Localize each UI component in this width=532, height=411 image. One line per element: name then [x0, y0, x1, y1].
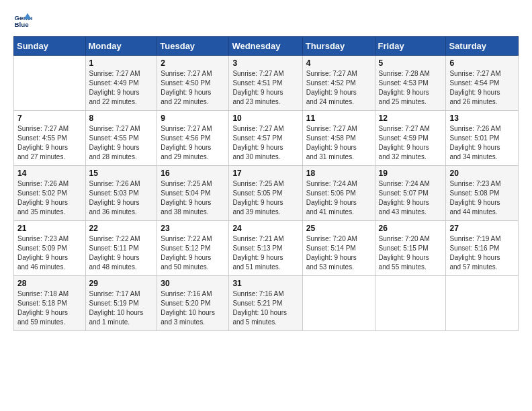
header-day-wednesday: Wednesday	[229, 37, 302, 56]
calendar-cell: 1Sunrise: 7:27 AM Sunset: 4:49 PM Daylig…	[85, 56, 157, 111]
day-info: Sunrise: 7:28 AM Sunset: 4:53 PM Dayligh…	[379, 69, 443, 107]
calendar-cell: 24Sunrise: 7:21 AM Sunset: 5:13 PM Dayli…	[229, 221, 302, 276]
calendar-cell: 2Sunrise: 7:27 AM Sunset: 4:50 PM Daylig…	[157, 56, 229, 111]
day-info: Sunrise: 7:22 AM Sunset: 5:11 PM Dayligh…	[89, 234, 154, 272]
calendar-cell: 12Sunrise: 7:27 AM Sunset: 4:59 PM Dayli…	[375, 111, 446, 166]
day-info: Sunrise: 7:19 AM Sunset: 5:16 PM Dayligh…	[449, 234, 515, 272]
day-number: 27	[449, 224, 515, 233]
header-day-friday: Friday	[375, 37, 446, 56]
calendar-cell	[375, 276, 446, 331]
day-info: Sunrise: 7:27 AM Sunset: 4:51 PM Dayligh…	[232, 69, 298, 107]
calendar-cell: 10Sunrise: 7:27 AM Sunset: 4:57 PM Dayli…	[229, 111, 302, 166]
day-info: Sunrise: 7:17 AM Sunset: 5:19 PM Dayligh…	[89, 289, 154, 327]
calendar-header: SundayMondayTuesdayWednesdayThursdayFrid…	[14, 37, 519, 56]
day-number: 10	[232, 113, 298, 123]
day-number: 28	[17, 279, 82, 288]
day-number: 30	[161, 279, 225, 288]
calendar-cell: 14Sunrise: 7:26 AM Sunset: 5:02 PM Dayli…	[14, 166, 86, 221]
calendar-cell: 6Sunrise: 7:27 AM Sunset: 4:54 PM Daylig…	[446, 56, 519, 111]
logo-icon: General Blue	[13, 11, 32, 30]
calendar-cell: 9Sunrise: 7:27 AM Sunset: 4:56 PM Daylig…	[157, 111, 229, 166]
day-number: 22	[89, 224, 154, 233]
day-info: Sunrise: 7:18 AM Sunset: 5:18 PM Dayligh…	[17, 289, 82, 327]
day-info: Sunrise: 7:27 AM Sunset: 4:52 PM Dayligh…	[306, 69, 371, 107]
day-info: Sunrise: 7:27 AM Sunset: 4:59 PM Dayligh…	[379, 124, 443, 162]
day-number: 21	[17, 224, 82, 233]
day-info: Sunrise: 7:26 AM Sunset: 5:01 PM Dayligh…	[449, 124, 515, 162]
day-info: Sunrise: 7:26 AM Sunset: 5:03 PM Dayligh…	[89, 179, 154, 217]
day-number: 6	[449, 58, 515, 68]
day-number: 31	[232, 279, 298, 288]
calendar-cell: 23Sunrise: 7:22 AM Sunset: 5:12 PM Dayli…	[157, 221, 229, 276]
day-info: Sunrise: 7:27 AM Sunset: 4:49 PM Dayligh…	[89, 69, 154, 107]
calendar-cell: 27Sunrise: 7:19 AM Sunset: 5:16 PM Dayli…	[446, 221, 519, 276]
day-number: 1	[89, 58, 154, 68]
day-info: Sunrise: 7:27 AM Sunset: 4:54 PM Dayligh…	[449, 69, 515, 107]
day-number: 15	[89, 169, 154, 178]
calendar-cell: 3Sunrise: 7:27 AM Sunset: 4:51 PM Daylig…	[229, 56, 302, 111]
day-info: Sunrise: 7:22 AM Sunset: 5:12 PM Dayligh…	[161, 234, 225, 272]
day-number: 19	[379, 169, 443, 178]
calendar-cell: 19Sunrise: 7:24 AM Sunset: 5:07 PM Dayli…	[375, 166, 446, 221]
day-info: Sunrise: 7:23 AM Sunset: 5:08 PM Dayligh…	[449, 179, 515, 217]
day-number: 5	[379, 58, 443, 68]
day-info: Sunrise: 7:26 AM Sunset: 5:02 PM Dayligh…	[17, 179, 82, 217]
day-number: 18	[306, 169, 371, 178]
day-info: Sunrise: 7:16 AM Sunset: 5:21 PM Dayligh…	[232, 289, 298, 327]
logo: General Blue	[13, 11, 35, 30]
header-row: SundayMondayTuesdayWednesdayThursdayFrid…	[14, 37, 519, 56]
day-number: 4	[306, 58, 371, 68]
calendar-cell: 28Sunrise: 7:18 AM Sunset: 5:18 PM Dayli…	[14, 276, 86, 331]
day-number: 24	[232, 224, 298, 233]
week-row-3: 21Sunrise: 7:23 AM Sunset: 5:09 PM Dayli…	[14, 221, 519, 276]
calendar-cell: 29Sunrise: 7:17 AM Sunset: 5:19 PM Dayli…	[85, 276, 157, 331]
day-info: Sunrise: 7:24 AM Sunset: 5:07 PM Dayligh…	[379, 179, 443, 217]
day-number: 23	[161, 224, 225, 233]
header: General Blue	[13, 11, 519, 30]
day-number: 14	[17, 169, 82, 178]
week-row-2: 14Sunrise: 7:26 AM Sunset: 5:02 PM Dayli…	[14, 166, 519, 221]
day-number: 12	[379, 113, 443, 123]
calendar-cell: 21Sunrise: 7:23 AM Sunset: 5:09 PM Dayli…	[14, 221, 86, 276]
calendar-cell: 13Sunrise: 7:26 AM Sunset: 5:01 PM Dayli…	[446, 111, 519, 166]
week-row-1: 7Sunrise: 7:27 AM Sunset: 4:55 PM Daylig…	[14, 111, 519, 166]
calendar-cell: 16Sunrise: 7:25 AM Sunset: 5:04 PM Dayli…	[157, 166, 229, 221]
day-number: 2	[161, 58, 225, 68]
day-info: Sunrise: 7:23 AM Sunset: 5:09 PM Dayligh…	[17, 234, 82, 272]
day-info: Sunrise: 7:27 AM Sunset: 4:55 PM Dayligh…	[89, 124, 154, 162]
calendar-cell: 31Sunrise: 7:16 AM Sunset: 5:21 PM Dayli…	[229, 276, 302, 331]
day-info: Sunrise: 7:27 AM Sunset: 4:50 PM Dayligh…	[161, 69, 225, 107]
week-row-4: 28Sunrise: 7:18 AM Sunset: 5:18 PM Dayli…	[14, 276, 519, 331]
calendar-table: SundayMondayTuesdayWednesdayThursdayFrid…	[13, 36, 519, 331]
day-info: Sunrise: 7:27 AM Sunset: 4:57 PM Dayligh…	[232, 124, 298, 162]
day-number: 20	[449, 169, 515, 178]
day-info: Sunrise: 7:20 AM Sunset: 5:14 PM Dayligh…	[306, 234, 371, 272]
header-day-thursday: Thursday	[302, 37, 375, 56]
header-day-sunday: Sunday	[14, 37, 86, 56]
day-info: Sunrise: 7:27 AM Sunset: 4:56 PM Dayligh…	[161, 124, 225, 162]
calendar-page: General Blue SundayMondayTuesdayWednesda…	[0, 0, 532, 411]
calendar-cell: 30Sunrise: 7:16 AM Sunset: 5:20 PM Dayli…	[157, 276, 229, 331]
day-number: 8	[89, 113, 154, 123]
calendar-cell	[302, 276, 375, 331]
calendar-cell: 11Sunrise: 7:27 AM Sunset: 4:58 PM Dayli…	[302, 111, 375, 166]
calendar-cell: 5Sunrise: 7:28 AM Sunset: 4:53 PM Daylig…	[375, 56, 446, 111]
calendar-cell	[446, 276, 519, 331]
header-day-monday: Monday	[85, 37, 157, 56]
day-info: Sunrise: 7:27 AM Sunset: 4:55 PM Dayligh…	[17, 124, 82, 162]
header-day-tuesday: Tuesday	[157, 37, 229, 56]
day-number: 26	[379, 224, 443, 233]
day-info: Sunrise: 7:24 AM Sunset: 5:06 PM Dayligh…	[306, 179, 371, 217]
calendar-cell: 4Sunrise: 7:27 AM Sunset: 4:52 PM Daylig…	[302, 56, 375, 111]
calendar-cell: 20Sunrise: 7:23 AM Sunset: 5:08 PM Dayli…	[446, 166, 519, 221]
day-number: 13	[449, 113, 515, 123]
day-number: 29	[89, 279, 154, 288]
svg-text:Blue: Blue	[14, 21, 29, 28]
day-number: 25	[306, 224, 371, 233]
day-number: 9	[161, 113, 225, 123]
calendar-cell: 18Sunrise: 7:24 AM Sunset: 5:06 PM Dayli…	[302, 166, 375, 221]
calendar-cell: 22Sunrise: 7:22 AM Sunset: 5:11 PM Dayli…	[85, 221, 157, 276]
calendar-body: 1Sunrise: 7:27 AM Sunset: 4:49 PM Daylig…	[14, 56, 519, 331]
calendar-cell: 17Sunrise: 7:25 AM Sunset: 5:05 PM Dayli…	[229, 166, 302, 221]
day-info: Sunrise: 7:25 AM Sunset: 5:04 PM Dayligh…	[161, 179, 225, 217]
